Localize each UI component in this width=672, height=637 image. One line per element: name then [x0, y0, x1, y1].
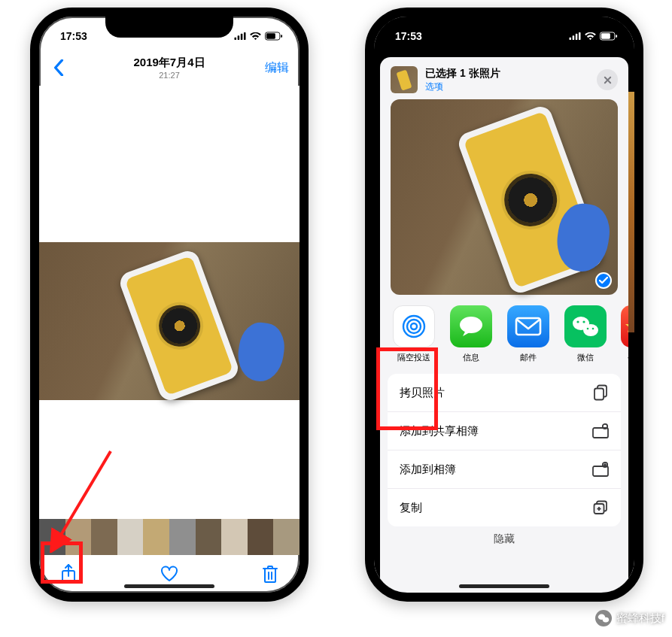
wechat-icon	[564, 305, 607, 347]
home-indicator[interactable]	[459, 584, 549, 588]
action-add-album[interactable]: 添加到相簿	[388, 450, 621, 489]
svg-point-23	[407, 320, 421, 333]
screen-share-sheet: 17:53 已选择 1 张照片 选项	[374, 17, 634, 593]
watermark-text: 蜜蜂科技f	[616, 611, 664, 626]
sheet-title-block: 已选择 1 张照片 选项	[425, 67, 500, 93]
status-time: 17:53	[395, 30, 422, 42]
svg-rect-19	[616, 35, 617, 38]
svg-point-22	[411, 323, 417, 329]
add-album-icon	[592, 461, 609, 478]
nav-bar: 2019年7月4日 21:27 编辑	[39, 50, 300, 86]
svg-rect-6	[281, 35, 282, 38]
svg-rect-3	[244, 32, 246, 40]
share-app-mail[interactable]: 邮件	[505, 305, 552, 363]
screen-photos-viewer: 17:53 2019年7月4日 21:27 编辑	[39, 17, 300, 593]
svg-rect-5	[266, 33, 275, 38]
svg-point-32	[592, 328, 594, 330]
battery-icon	[600, 32, 618, 41]
status-icons	[569, 32, 618, 41]
sheet-preview[interactable]	[380, 99, 628, 302]
trash-icon	[263, 565, 278, 583]
action-label: 添加到共享相簿	[400, 424, 479, 438]
share-sheet: 已选择 1 张照片 选项	[380, 57, 628, 593]
selected-check-icon	[595, 272, 612, 289]
duplicate-icon	[592, 499, 609, 516]
back-button[interactable]	[50, 59, 68, 77]
app-label: 微信	[577, 352, 594, 363]
sheet-thumbnail	[391, 66, 418, 93]
svg-rect-0	[235, 38, 237, 40]
notch	[440, 15, 568, 38]
svg-rect-1	[238, 35, 240, 40]
wifi-icon	[585, 32, 596, 41]
svg-point-25	[460, 317, 482, 333]
wechat-watermark-icon	[595, 610, 612, 626]
shared-album-icon	[592, 423, 609, 439]
action-list: 拷贝照片 添加到共享相簿 添加到相簿	[388, 374, 621, 526]
close-button[interactable]	[597, 69, 618, 90]
action-duplicate[interactable]: 复制	[388, 489, 621, 526]
action-copy-photo[interactable]: 拷贝照片	[388, 374, 621, 412]
phone-right: 17:53 已选择 1 张照片 选项	[365, 8, 643, 602]
airdrop-icon	[393, 305, 435, 347]
action-truncated[interactable]: 隐藏	[380, 526, 628, 549]
svg-rect-18	[601, 33, 610, 38]
svg-rect-34	[594, 389, 604, 400]
share-app-wechat[interactable]: 微信	[562, 305, 609, 363]
share-app-messages[interactable]: 信息	[448, 305, 494, 363]
status-icons	[234, 32, 283, 41]
svg-point-31	[587, 328, 589, 330]
status-time: 17:53	[60, 30, 87, 42]
heart-icon	[160, 566, 178, 582]
delete-button[interactable]	[260, 564, 280, 584]
cellular-icon	[569, 32, 581, 40]
svg-point-29	[576, 320, 579, 323]
svg-point-28	[583, 324, 598, 336]
share-apps-row[interactable]: 隔空投送 信息 邮件	[380, 302, 628, 374]
notch	[105, 15, 233, 38]
action-label: 添加到相簿	[400, 463, 456, 477]
sheet-title: 已选择 1 张照片	[425, 67, 500, 80]
share-app-airdrop[interactable]: 隔空投送	[391, 305, 437, 363]
chevron-left-icon	[53, 59, 64, 76]
share-icon	[61, 564, 76, 584]
svg-point-30	[582, 320, 585, 323]
share-button[interactable]	[59, 564, 78, 584]
action-label: 复制	[400, 501, 422, 515]
action-shared-album[interactable]: 添加到共享相簿	[388, 412, 621, 450]
edit-button[interactable]: 编辑	[265, 60, 289, 76]
nav-title: 2019年7月4日 21:27	[39, 56, 300, 80]
preview-photo	[391, 99, 618, 295]
wifi-icon	[250, 32, 261, 41]
copy-icon	[592, 384, 609, 401]
share-app-extra[interactable]: 手	[619, 305, 628, 363]
action-label: 拷贝照片	[400, 386, 445, 400]
app-label: 隔空投送	[397, 352, 430, 363]
sheet-header: 已选择 1 张照片 选项	[380, 57, 628, 99]
phone-left: 17:53 2019年7月4日 21:27 编辑	[30, 8, 309, 602]
svg-rect-15	[576, 34, 578, 40]
svg-rect-16	[579, 32, 581, 40]
battery-icon	[265, 32, 283, 41]
mail-icon	[507, 305, 549, 347]
app-label: 邮件	[520, 352, 537, 363]
nav-time: 21:27	[39, 71, 300, 80]
photo-viewer[interactable]	[39, 86, 300, 519]
messages-icon	[450, 305, 492, 347]
svg-rect-2	[241, 34, 243, 40]
svg-rect-13	[570, 38, 572, 40]
photo-content	[39, 242, 300, 400]
favorite-button[interactable]	[160, 564, 179, 584]
sheet-options-link[interactable]: 选项	[425, 80, 500, 93]
thumbnail-strip[interactable]	[39, 519, 300, 555]
app-label: 手	[628, 352, 629, 363]
cellular-icon	[234, 32, 246, 40]
nav-date: 2019年7月4日	[39, 56, 300, 70]
home-indicator[interactable]	[124, 584, 214, 588]
app-label: 信息	[463, 352, 479, 363]
close-icon	[604, 76, 612, 84]
svg-rect-26	[516, 318, 540, 335]
watermark: 蜜蜂科技f	[595, 610, 664, 626]
svg-point-46	[603, 617, 609, 623]
svg-rect-14	[573, 35, 575, 40]
